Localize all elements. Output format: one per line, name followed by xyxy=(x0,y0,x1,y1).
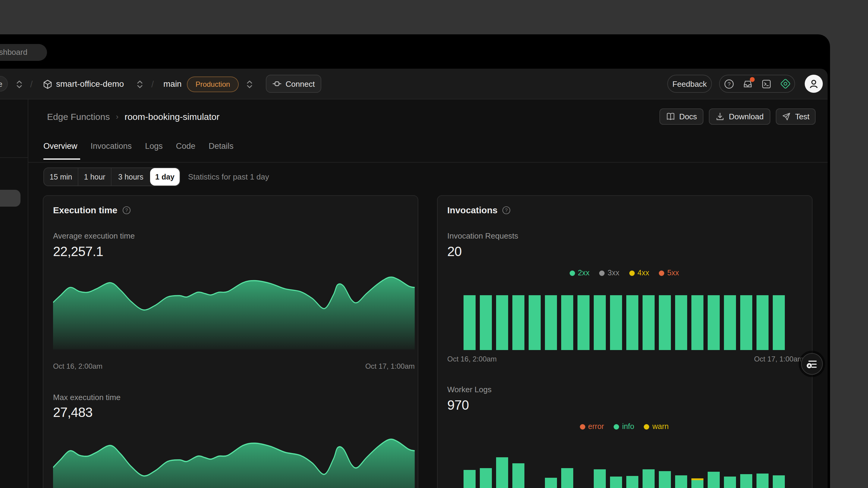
chart-options-floating-button[interactable] xyxy=(801,353,823,375)
breadcrumb-parent[interactable]: Edge Functions xyxy=(47,111,110,122)
worker-logs-label: Worker Logs xyxy=(447,385,492,394)
invocation-bar[interactable] xyxy=(659,295,671,350)
svg-text:?: ? xyxy=(125,207,128,213)
connect-button[interactable]: Connect xyxy=(266,75,321,93)
docs-button[interactable]: Docs xyxy=(659,108,704,125)
download-icon xyxy=(715,112,724,121)
invocation-bar[interactable] xyxy=(643,295,655,350)
invocation-bar[interactable] xyxy=(529,295,541,350)
invocation-bar[interactable] xyxy=(513,295,524,350)
invocation-bar[interactable] xyxy=(578,295,590,350)
chevron-right-icon: › xyxy=(116,112,119,121)
help-circle-icon[interactable]: ? xyxy=(122,206,130,214)
x-axis-end: Oct 17, 1:00am xyxy=(754,355,804,363)
invocations-x-axis: Oct 16, 2:00am Oct 17, 1:00am xyxy=(447,355,804,363)
worker-log-bar[interactable] xyxy=(756,474,769,488)
worker-log-bar[interactable] xyxy=(594,469,606,488)
avg-execution-value: 22,257.1 xyxy=(53,244,103,260)
invocation-bar[interactable] xyxy=(675,295,687,350)
invocation-bar[interactable] xyxy=(480,295,492,350)
screen: dashboard e / smart-offi xyxy=(0,0,868,488)
tab-invocations[interactable]: Invocations xyxy=(91,141,132,151)
tabs-divider xyxy=(28,162,828,163)
download-button[interactable]: Download xyxy=(709,108,770,125)
tab-code[interactable]: Code xyxy=(176,141,195,151)
execution-time-title-row: Execution time ? xyxy=(53,205,130,215)
time-range-3hours[interactable]: 3 hours xyxy=(111,168,150,186)
worker-log-bar[interactable] xyxy=(561,468,573,488)
worker-log-bar[interactable] xyxy=(513,463,524,488)
feedback-button[interactable]: Feedback xyxy=(667,75,712,93)
worker-log-bar[interactable] xyxy=(708,472,720,488)
legend-dot-icon xyxy=(629,270,634,275)
sidebar-item-highlight[interactable] xyxy=(0,190,21,207)
legend-item: info xyxy=(614,422,634,431)
worker-log-bar[interactable] xyxy=(724,477,736,488)
org-pill-partial[interactable]: e xyxy=(0,76,8,92)
worker-log-bar[interactable] xyxy=(496,457,508,488)
worker-log-bar[interactable] xyxy=(675,475,687,488)
app-window: e / smart-office-demo xyxy=(0,69,828,488)
worker-log-bar[interactable] xyxy=(610,477,622,488)
help-circle-icon[interactable]: ? xyxy=(502,206,511,214)
worker-log-bar[interactable] xyxy=(545,478,557,488)
tab-overview[interactable]: Overview xyxy=(43,141,78,151)
worker-log-bar[interactable] xyxy=(626,476,638,488)
invocation-bar[interactable] xyxy=(708,295,720,350)
plug-icon xyxy=(273,79,281,88)
tab-logs[interactable]: Logs xyxy=(145,141,163,151)
help-icon[interactable]: ? xyxy=(724,78,734,89)
invocation-bar[interactable] xyxy=(545,295,557,350)
send-icon xyxy=(782,112,791,121)
max-execution-area-chart[interactable] xyxy=(53,432,415,488)
project-name[interactable]: smart-office-demo xyxy=(56,69,124,99)
invocation-bar[interactable] xyxy=(773,295,785,350)
tab-details[interactable]: Details xyxy=(209,141,234,151)
project-switcher-chevrons-icon[interactable] xyxy=(136,79,144,89)
test-button-label: Test xyxy=(795,112,809,121)
deploy-diamond-icon[interactable] xyxy=(780,78,790,89)
worker-log-bar[interactable] xyxy=(643,469,655,488)
legend-item: 5xx xyxy=(659,269,679,277)
worker-log-bar[interactable] xyxy=(773,475,785,488)
time-range-1day[interactable]: 1 day xyxy=(150,168,180,186)
avatar[interactable] xyxy=(805,75,823,93)
time-range-1hour[interactable]: 1 hour xyxy=(78,168,111,186)
invocation-requests-bar-chart[interactable] xyxy=(464,295,785,350)
worker-log-bar[interactable] xyxy=(659,471,671,488)
invocation-bar[interactable] xyxy=(756,295,769,350)
branch-switcher-chevrons-icon[interactable] xyxy=(246,79,253,89)
avg-execution-area-chart[interactable] xyxy=(53,271,415,350)
invocation-bar[interactable] xyxy=(496,295,508,350)
legend-dot-icon xyxy=(614,424,619,429)
avg-chart-x-axis: Oct 16, 2:00am Oct 17, 1:00am xyxy=(53,362,415,370)
org-switcher-chevrons-icon[interactable] xyxy=(16,79,23,89)
invocation-bar[interactable] xyxy=(724,295,736,350)
invocation-bar[interactable] xyxy=(740,295,752,350)
worker-log-bar[interactable] xyxy=(740,474,752,488)
invocation-bar[interactable] xyxy=(594,295,606,350)
invocation-bar[interactable] xyxy=(626,295,638,350)
time-range-15min[interactable]: 15 min xyxy=(44,168,78,186)
invocations-title: Invocations xyxy=(447,205,498,215)
project-cube-icon xyxy=(43,79,53,89)
legend-dot-icon xyxy=(569,270,575,275)
terminal-icon[interactable] xyxy=(761,78,771,89)
x-axis-start: Oct 16, 2:00am xyxy=(53,362,102,370)
org-pill-label: e xyxy=(0,79,2,88)
page-title: room-booking-simulator xyxy=(124,111,219,122)
logs-legend: errorinfowarn xyxy=(464,422,785,431)
inbox-icon[interactable] xyxy=(742,78,752,89)
invocation-bar[interactable] xyxy=(691,295,704,350)
branch-name[interactable]: main xyxy=(163,69,182,99)
invocation-bar[interactable] xyxy=(464,295,475,350)
production-badge: Production xyxy=(187,76,239,92)
invocation-bar[interactable] xyxy=(561,295,573,350)
worker-logs-bar-chart[interactable] xyxy=(464,457,785,488)
worker-log-bar[interactable] xyxy=(480,468,492,488)
worker-log-bar[interactable] xyxy=(464,470,475,488)
x-axis-start: Oct 16, 2:00am xyxy=(447,355,497,363)
invocation-bar[interactable] xyxy=(610,295,622,350)
test-button[interactable]: Test xyxy=(776,108,815,125)
browser-tab-dashboard[interactable]: dashboard xyxy=(0,44,47,61)
